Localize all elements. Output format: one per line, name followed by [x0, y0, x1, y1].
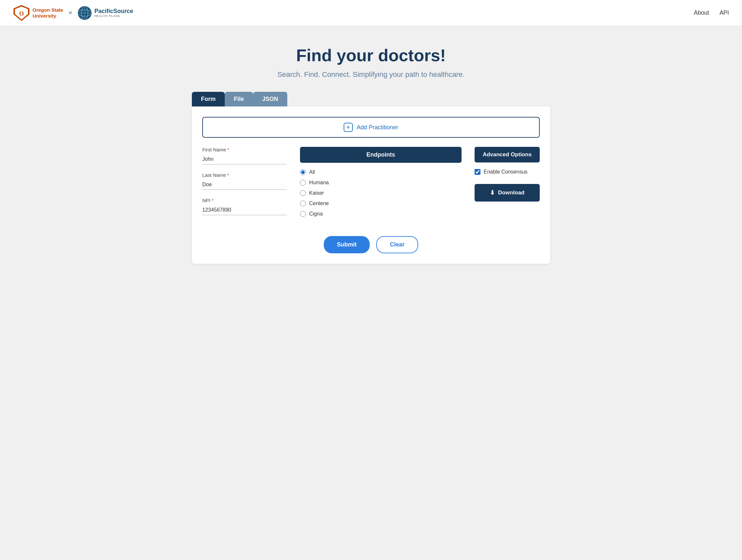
pacific-source-logo: PacificSource HEALTH PLANS: [77, 6, 133, 20]
radio-humana-input[interactable]: [300, 180, 306, 185]
tab-file[interactable]: File: [225, 92, 253, 106]
radio-all-input[interactable]: [300, 169, 306, 175]
osu-logo: O Oregon State University: [13, 5, 63, 21]
add-practitioner-button[interactable]: + Add Practitioner: [202, 117, 540, 138]
hero-subtitle: Search. Find. Connect. Simplifying your …: [192, 70, 550, 79]
first-name-input[interactable]: [202, 154, 287, 164]
last-name-group: Last Name*: [202, 172, 287, 190]
last-name-label: Last Name*: [202, 172, 287, 178]
hero-title: Find your doctors!: [192, 46, 550, 65]
radio-cigna-input[interactable]: [300, 211, 306, 217]
first-name-group: First Name*: [202, 147, 287, 164]
enable-consensus-checkbox-row[interactable]: Enable Consensus: [475, 169, 540, 175]
form-footer: Submit Clear: [202, 236, 540, 253]
main-content: Find your doctors! Search. Find. Connect…: [186, 26, 556, 277]
tab-form[interactable]: Form: [192, 92, 225, 106]
header-nav: About API: [694, 9, 729, 16]
radio-kaiser-input[interactable]: [300, 190, 306, 196]
enable-consensus-checkbox[interactable]: [475, 169, 480, 175]
download-button[interactable]: ⬇ Download: [475, 184, 540, 202]
plus-icon: +: [343, 123, 353, 132]
radio-humana[interactable]: Humana: [300, 180, 462, 185]
npi-input[interactable]: [202, 205, 287, 215]
api-link[interactable]: API: [720, 9, 729, 16]
radio-cigna[interactable]: Cigna: [300, 211, 462, 217]
required-star-last: *: [227, 173, 229, 178]
endpoint-radio-group: All Humana Kaiser Centene: [300, 169, 462, 217]
tab-json[interactable]: JSON: [253, 92, 287, 106]
radio-centene-input[interactable]: [300, 201, 306, 207]
radio-centene[interactable]: Centene: [300, 201, 462, 207]
first-name-label: First Name*: [202, 147, 287, 152]
separator-icon: ×: [68, 9, 72, 17]
osu-shield-icon: O: [13, 5, 30, 21]
download-icon: ⬇: [490, 189, 495, 196]
form-fields: First Name* Last Name* NPI*: [202, 147, 287, 223]
required-star-npi: *: [212, 198, 213, 203]
svg-text:O: O: [19, 10, 24, 17]
pacific-source-text: PacificSource HEALTH PLANS: [95, 8, 133, 18]
form-body: First Name* Last Name* NPI*: [202, 147, 540, 223]
header-logos: O Oregon State University × PacificSourc…: [13, 5, 133, 21]
header: O Oregon State University × PacificSourc…: [0, 0, 742, 26]
osu-name: Oregon State University: [33, 7, 63, 19]
form-card: + Add Practitioner First Name* Last Name…: [192, 106, 550, 264]
npi-label: NPI*: [202, 198, 287, 203]
npi-group: NPI*: [202, 198, 287, 215]
tabs: Form File JSON: [192, 92, 550, 106]
clear-button[interactable]: Clear: [376, 236, 418, 253]
endpoints-button[interactable]: Endpoints: [300, 147, 462, 163]
advanced-options-button[interactable]: Advanced Options: [475, 147, 540, 162]
advanced-options-panel: Advanced Options Enable Consensus ⬇ Down…: [475, 147, 540, 223]
radio-kaiser[interactable]: Kaiser: [300, 190, 462, 196]
last-name-input[interactable]: [202, 180, 287, 190]
required-star-first: *: [227, 147, 229, 152]
pacific-source-globe-icon: [77, 6, 92, 20]
endpoints-panel: Endpoints All Humana Kaiser: [300, 147, 462, 223]
radio-all[interactable]: All: [300, 169, 462, 175]
submit-button[interactable]: Submit: [324, 236, 370, 253]
about-link[interactable]: About: [694, 9, 709, 16]
